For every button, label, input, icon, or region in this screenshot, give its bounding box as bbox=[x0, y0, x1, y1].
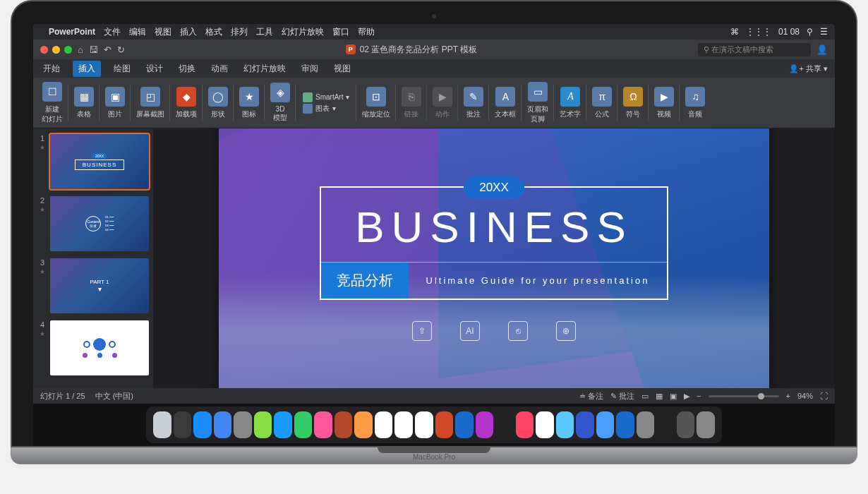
tab-slideshow[interactable]: 幻灯片放映 bbox=[241, 61, 289, 77]
undo-icon[interactable]: ↶ bbox=[104, 44, 111, 55]
ribbon-icons[interactable]: ★图标 bbox=[234, 78, 265, 128]
dock-app-2[interactable] bbox=[193, 411, 212, 438]
menu-slideshow[interactable]: 幻灯片放映 bbox=[282, 26, 324, 38]
dock-app-9[interactable] bbox=[334, 411, 353, 438]
dock-app-11[interactable] bbox=[375, 411, 393, 438]
notes-button[interactable]: ≐ 备注 bbox=[579, 391, 603, 402]
comments-button[interactable]: ✎ 批注 bbox=[610, 391, 634, 402]
fit-icon[interactable]: ⛶ bbox=[820, 392, 828, 400]
dock-app-7[interactable] bbox=[294, 411, 313, 438]
view-sorter-icon[interactable]: ▦ bbox=[656, 392, 663, 401]
menu-view[interactable]: 视图 bbox=[155, 26, 171, 38]
tab-insert[interactable]: 插入 bbox=[73, 61, 101, 77]
zoom-out-icon[interactable]: − bbox=[697, 392, 701, 400]
view-normal-icon[interactable]: ▭ bbox=[641, 392, 649, 401]
dock-app-25[interactable] bbox=[656, 411, 675, 438]
ribbon-symbol[interactable]: Ω符号 bbox=[617, 78, 649, 128]
dock-app-14[interactable] bbox=[435, 411, 454, 438]
tab-view[interactable]: 视图 bbox=[331, 61, 354, 77]
tab-draw[interactable]: 绘图 bbox=[111, 61, 133, 77]
menu-help[interactable]: 帮助 bbox=[358, 26, 375, 38]
dock-app-21[interactable] bbox=[576, 411, 594, 438]
dock-app-27[interactable] bbox=[697, 411, 715, 438]
close-button[interactable] bbox=[40, 46, 48, 54]
slide-thumbnails[interactable]: 1★ 20XXBUSINESS 2★ Content 目录01 ━━━02 ━━… bbox=[33, 128, 153, 388]
dock-app-17[interactable] bbox=[495, 411, 514, 438]
dock-app-0[interactable] bbox=[153, 411, 171, 438]
thumbnail-4[interactable] bbox=[50, 320, 149, 375]
zoom-in-icon[interactable]: + bbox=[786, 392, 790, 400]
dock-app-23[interactable] bbox=[616, 411, 634, 438]
dock-app-4[interactable] bbox=[234, 411, 252, 438]
language[interactable]: 中文 (中国) bbox=[95, 391, 133, 402]
dock-app-19[interactable] bbox=[536, 411, 554, 438]
current-slide[interactable]: 20XX BUSINESS 竞品分析 Ultimate Guide for yo… bbox=[219, 128, 769, 388]
ribbon-smartart-chart[interactable]: SmartArt ▾ 图表 ▾ bbox=[296, 78, 356, 128]
ribbon-video[interactable]: ▶视频 bbox=[649, 78, 680, 128]
presenter-icon[interactable]: 👤 bbox=[816, 44, 828, 55]
ribbon-wordart[interactable]: A艺术字 bbox=[554, 78, 586, 128]
ribbon-audio[interactable]: ♫音频 bbox=[680, 78, 711, 128]
share-button[interactable]: 👤+ 共享 ▾ bbox=[789, 64, 828, 74]
ribbon-comment[interactable]: ✎批注 bbox=[458, 78, 489, 128]
dock-app-20[interactable] bbox=[556, 411, 574, 438]
ribbon-shapes[interactable]: ◯形状 bbox=[203, 78, 234, 128]
search-icon[interactable]: ⚲ bbox=[807, 27, 813, 37]
slide-counter[interactable]: 幻灯片 1 / 25 bbox=[40, 391, 85, 402]
ribbon-action[interactable]: ▶动作 bbox=[427, 78, 458, 128]
zoom-slider[interactable] bbox=[709, 395, 779, 397]
ribbon-addin[interactable]: ◆加载项 bbox=[170, 78, 203, 128]
ribbon-table[interactable]: ▦表格 bbox=[68, 78, 100, 128]
menu-edit[interactable]: 编辑 bbox=[129, 26, 146, 38]
menu-format[interactable]: 格式 bbox=[205, 26, 222, 38]
dock-app-3[interactable] bbox=[214, 411, 232, 438]
thumbnail-3[interactable]: PART 1▾ bbox=[50, 258, 149, 313]
ribbon-new-slide[interactable]: ☐新建 幻灯片 bbox=[36, 78, 68, 128]
clock[interactable]: 01 08 bbox=[778, 27, 800, 37]
dock-app-16[interactable] bbox=[476, 411, 494, 438]
view-reading-icon[interactable]: ▣ bbox=[670, 392, 677, 401]
wifi-icon[interactable]: ⋮⋮⋮ bbox=[746, 27, 771, 37]
tab-review[interactable]: 审阅 bbox=[299, 61, 321, 77]
menu-window[interactable]: 窗口 bbox=[332, 26, 349, 38]
menu-insert[interactable]: 插入 bbox=[180, 26, 197, 38]
ribbon-headerfooter[interactable]: ▭页眉和 页脚 bbox=[522, 78, 554, 128]
thumbnail-2[interactable]: Content 目录01 ━━━02 ━━━03 ━━━04 ━━━ bbox=[50, 196, 149, 251]
thumbnail-1[interactable]: 20XXBUSINESS bbox=[50, 134, 149, 189]
app-name[interactable]: PowerPoint bbox=[49, 27, 95, 37]
tab-animation[interactable]: 动画 bbox=[208, 61, 231, 77]
dock-app-24[interactable] bbox=[637, 411, 655, 438]
menu-arrange[interactable]: 排列 bbox=[231, 26, 248, 38]
redo-icon[interactable]: ↻ bbox=[117, 44, 125, 55]
zoom-level[interactable]: 94% bbox=[797, 392, 813, 400]
ribbon-textbox[interactable]: A文本框 bbox=[489, 78, 522, 128]
control-center-icon[interactable]: ☰ bbox=[820, 27, 828, 37]
dock-app-15[interactable] bbox=[455, 411, 474, 438]
dock-app-22[interactable] bbox=[596, 411, 615, 438]
ribbon-3d[interactable]: ◈3D 模型 bbox=[265, 78, 296, 128]
ribbon-zoom[interactable]: ⊡缩放定位 bbox=[356, 78, 396, 128]
search-input[interactable]: ⚲ 在演示文稿中搜索 bbox=[698, 43, 811, 56]
ribbon-picture[interactable]: ▣图片 bbox=[100, 78, 131, 128]
slide-canvas[interactable]: 20XX BUSINESS 竞品分析 Ultimate Guide for yo… bbox=[153, 128, 835, 388]
status-icon[interactable]: ⌘ bbox=[730, 27, 739, 37]
dock-app-12[interactable] bbox=[394, 411, 413, 438]
maximize-button[interactable] bbox=[64, 46, 72, 54]
dock-app-10[interactable] bbox=[354, 411, 373, 438]
dock-app-13[interactable] bbox=[415, 411, 433, 438]
menu-file[interactable]: 文件 bbox=[104, 26, 121, 38]
tab-design[interactable]: 设计 bbox=[143, 61, 166, 77]
home-icon[interactable]: ⌂ bbox=[78, 44, 83, 55]
view-slideshow-icon[interactable]: ▶ bbox=[684, 392, 689, 401]
tab-home[interactable]: 开始 bbox=[40, 61, 63, 77]
tab-transition[interactable]: 切换 bbox=[176, 61, 198, 77]
save-icon[interactable]: 🖫 bbox=[89, 44, 98, 55]
dock-app-26[interactable] bbox=[677, 411, 695, 438]
dock-app-8[interactable] bbox=[314, 411, 332, 438]
minimize-button[interactable] bbox=[52, 46, 60, 54]
dock-app-1[interactable] bbox=[174, 411, 192, 438]
dock-app-5[interactable] bbox=[254, 411, 272, 438]
ribbon-link[interactable]: ⎘链接 bbox=[396, 78, 427, 128]
menu-tools[interactable]: 工具 bbox=[256, 26, 273, 38]
ribbon-screenshot[interactable]: ◰屏幕截图 bbox=[131, 78, 170, 128]
